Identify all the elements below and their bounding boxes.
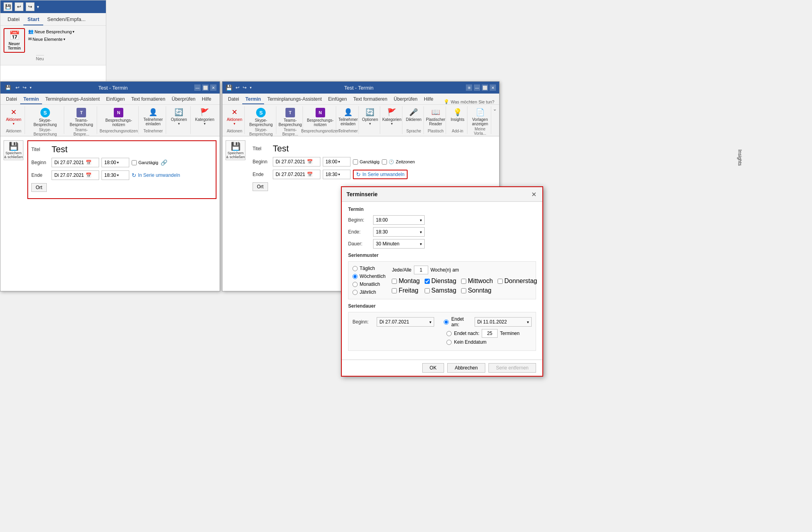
maximize-button-right[interactable]: ⬜ xyxy=(482,84,488,91)
kategorien-button-right[interactable]: 🚩 Kategorien ▾ xyxy=(381,107,403,126)
diktieren-button-right[interactable]: 🎤 Diktieren xyxy=(404,107,423,122)
radio-endet-nach[interactable] xyxy=(446,331,452,336)
skype-button-left[interactable]: S Skype-Besprechung xyxy=(32,107,58,128)
left-tab-termin[interactable]: Termin xyxy=(20,95,42,104)
left-tab-text[interactable]: Text formatieren xyxy=(128,95,169,104)
optionen-button-left[interactable]: 🔄 Optionen ▾ xyxy=(169,107,189,126)
undo-icon[interactable]: ↩ xyxy=(15,2,23,11)
beginn-time-input-right[interactable]: 18:00 ▾ xyxy=(323,157,350,166)
beginn-time-input-left[interactable]: 18:00 ▾ xyxy=(102,158,129,167)
ts-jede-label: Jede/Alle xyxy=(392,267,411,273)
plastisch-button-right[interactable]: 📖 PlastischerReader xyxy=(424,107,447,127)
ts-sd-beginn-label: Beginn: xyxy=(352,319,373,325)
check-samstag[interactable] xyxy=(425,288,430,293)
ts-dauer-dropdown[interactable]: 30 Minuten ▾ xyxy=(373,239,425,249)
minimize-button-right[interactable]: — xyxy=(474,84,480,91)
ts-sd-beginn-dropdown[interactable]: Di 27.07.2021 ▾ xyxy=(377,317,434,327)
notizen-button-left[interactable]: N Besprechungs-notizen xyxy=(104,107,134,128)
tab-start[interactable]: Start xyxy=(23,14,43,25)
tab-senden[interactable]: Senden/Empfa... xyxy=(43,14,90,25)
ts-ende-value: 18:30 xyxy=(376,229,388,235)
aktionen-button-left[interactable]: ✕ Aktionen ▾ xyxy=(4,107,23,126)
check-dienstag[interactable] xyxy=(425,279,430,284)
ort-button-left[interactable]: Ort xyxy=(31,183,47,192)
in-serie-link-left[interactable]: ↻ In Serie umwandeln xyxy=(132,172,180,178)
ganztaegig-checkbox-left[interactable] xyxy=(132,160,137,165)
save-close-icon-left: 💾 xyxy=(9,142,19,151)
left-tab-hilfe[interactable]: Hilfe xyxy=(199,95,214,104)
ribbon-group-insights-right: 💡 Insights Add-in xyxy=(448,106,467,134)
radio-taeglich[interactable] xyxy=(352,266,358,271)
close-button-left[interactable]: ✕ xyxy=(210,84,216,91)
redo-icon[interactable]: ↪ xyxy=(26,2,34,11)
radio-endet-am[interactable] xyxy=(444,320,449,325)
ts-pattern-section: Täglich Wöchentlich Monatlich Jährlich xyxy=(348,261,536,299)
ribbon-expand-right[interactable]: ⌄ xyxy=(493,106,497,112)
radio-kein-enddatum[interactable] xyxy=(446,340,452,345)
check-freitag[interactable] xyxy=(392,288,397,293)
optionen-button-right[interactable]: 🔄 Optionen ▾ xyxy=(360,107,380,126)
neue-elemente-button[interactable]: ✉ Neue Elemente ▾ xyxy=(27,36,76,42)
in-serie-link-right[interactable]: ↻ In Serie umwandeln xyxy=(353,170,408,179)
left-tab-ueberpruefen[interactable]: Überprüfen xyxy=(169,95,199,104)
right-tab-planungsassistent[interactable]: Terminplanungs-Assistent xyxy=(264,95,325,104)
aktionen-button-right[interactable]: ✕ Aktionen ▾ xyxy=(225,107,244,126)
beginn-date-input-right[interactable]: Di 27.07.2021 📅 xyxy=(273,157,320,166)
ribbon-group-skype-left: S Skype-Besprechung Skype-Besprechung xyxy=(27,106,64,134)
ts-ende-dropdown[interactable]: 18:30 ▾ xyxy=(373,227,425,237)
restore2-button-right[interactable]: ⊞ xyxy=(466,84,472,91)
right-tab-hilfe[interactable]: Hilfe xyxy=(421,95,437,104)
radio-woechentlich[interactable] xyxy=(352,274,358,279)
ende-date-input-right[interactable]: Di 27.07.2021 📅 xyxy=(273,170,320,179)
ende-date-input-left[interactable]: Di 27.07.2021 📅 xyxy=(52,170,99,180)
ts-close-button[interactable]: ✕ xyxy=(530,190,538,198)
notizen-button-right[interactable]: N Besprechungs-notizen xyxy=(305,107,335,128)
check-sonntag[interactable] xyxy=(461,288,466,293)
ort-button-right[interactable]: Ort xyxy=(253,182,268,191)
check-montag[interactable] xyxy=(392,279,397,284)
right-tab-datei[interactable]: Datei xyxy=(225,95,242,104)
beginn-date-input-left[interactable]: Di 27.07.2021 📅 xyxy=(52,158,99,167)
left-tab-einfuegen[interactable]: Einfügen xyxy=(103,95,128,104)
speichern-schliessen-button-right[interactable]: 💾 Speichern& schließen xyxy=(226,140,245,160)
speichern-schliessen-button-left[interactable]: 💾 Speichern& schließen xyxy=(4,140,23,160)
skype-button-right[interactable]: S Skype-Besprechung xyxy=(248,107,274,128)
teilnehmer-button-left[interactable]: 👤 Teilnehmereinladen xyxy=(142,107,165,127)
left-tab-datei[interactable]: Datei xyxy=(3,95,20,104)
right-tab-termin[interactable]: Termin xyxy=(242,95,264,104)
radio-monatlich[interactable] xyxy=(352,282,358,287)
ende-time-input-left[interactable]: 18:30 ▾ xyxy=(102,170,129,180)
restore-button-left[interactable]: ⬜ xyxy=(202,84,209,91)
kategorien-button-left[interactable]: 🚩 Kategorien ▾ xyxy=(193,107,216,126)
serie-entfernen-button[interactable]: Serie entfernen xyxy=(488,363,536,373)
ok-button[interactable]: OK xyxy=(422,363,444,373)
vorlagen-button-right[interactable]: 📄 Vorlagenanzeigen xyxy=(470,107,490,127)
beginn-date-value-right: Di 27.07.2021 xyxy=(276,159,305,165)
close-button-right[interactable]: ✕ xyxy=(490,84,496,91)
ts-day-mittwoch: Mittwoch xyxy=(461,277,493,285)
teams-button-right[interactable]: T Teams-Besprechung xyxy=(277,107,303,128)
right-tab-einfuegen[interactable]: Einfügen xyxy=(325,95,350,104)
neuer-termin-button[interactable]: 📅 Neuer Termin xyxy=(4,28,25,53)
search-box[interactable]: 💡 Was möchten Sie tun? xyxy=(441,99,497,104)
ganztaegig-checkbox-right[interactable] xyxy=(353,159,358,165)
neue-besprechung-button[interactable]: 👥 Neue Besprechung ▾ xyxy=(27,28,76,35)
right-tab-ueberpruefen[interactable]: Überprüfen xyxy=(391,95,421,104)
zeitzonen-checkbox-right[interactable] xyxy=(382,159,387,165)
ende-time-input-right[interactable]: 18:30 ▾ xyxy=(323,170,350,179)
check-donnerstag[interactable] xyxy=(498,279,503,284)
ts-beginn-dropdown[interactable]: 18:00 ▾ xyxy=(373,215,425,225)
teams-button-left[interactable]: T Teams-Besprechung xyxy=(68,107,95,128)
radio-jaehrlich[interactable] xyxy=(352,290,358,295)
abbrechen-button[interactable]: Abbrechen xyxy=(447,363,485,373)
insights-button-right[interactable]: 💡 Insights xyxy=(449,107,466,122)
tab-datei[interactable]: Datei xyxy=(4,14,23,25)
ts-endet-am-dropdown[interactable]: Di 11.01.2022 ▾ xyxy=(475,317,532,327)
check-mittwoch[interactable] xyxy=(461,279,466,284)
ts-endet-nach-input[interactable] xyxy=(482,329,498,338)
teilnehmer-button-right[interactable]: 👤 Teilnehmereinladen xyxy=(337,107,359,127)
minimize-button-left[interactable]: — xyxy=(194,84,201,91)
right-tab-text[interactable]: Text formatieren xyxy=(350,95,391,104)
ts-jede-input[interactable] xyxy=(414,266,428,274)
left-tab-planungsassistent[interactable]: Terminplanungs-Assistent xyxy=(42,95,103,104)
